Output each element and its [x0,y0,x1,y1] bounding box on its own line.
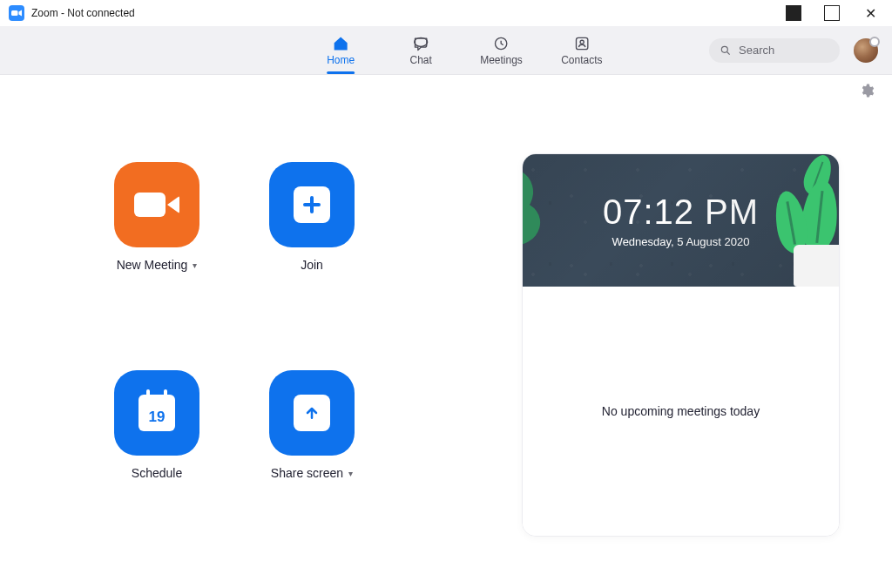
tab-home[interactable]: Home [320,35,362,66]
chevron-down-icon[interactable]: ▾ [348,469,353,478]
contacts-icon [573,35,591,52]
nav-tabs-group: Home Chat Meetings Contacts [289,35,603,66]
dashboard-header: 07:12 PM Wednesday, 5 August 2020 [523,154,839,287]
calendar-day-number: 19 [149,409,166,431]
no-meetings-message: No upcoming meetings today [602,404,760,418]
action-share-screen: Share screen ▾ [242,370,382,537]
tab-contacts-label: Contacts [561,54,602,66]
top-nav: Home Chat Meetings Contacts Search [0,26,892,75]
tab-home-label: Home [327,54,355,66]
schedule-label: Schedule [132,466,182,480]
calendar-icon: 19 [139,395,175,431]
window-minimize-button[interactable] [786,5,801,21]
plant-decoration-right [752,154,839,287]
svg-point-5 [580,40,584,44]
search-placeholder: Search [739,44,774,57]
plus-icon [294,186,330,223]
tab-contacts[interactable]: Contacts [561,35,603,66]
clock-icon [492,35,510,52]
profile-avatar[interactable] [854,38,878,63]
gear-icon [859,83,875,98]
main-area: New Meeting ▾ Join 19 Schedule [0,110,892,571]
share-screen-button[interactable] [269,370,355,456]
settings-row [0,75,892,110]
search-input[interactable]: Search [709,38,840,63]
tab-chat-label: Chat [409,54,431,66]
home-icon [332,35,349,52]
svg-point-6 [721,46,727,52]
svg-marker-1 [19,10,23,17]
schedule-button[interactable]: 19 [114,370,199,456]
window-close-button[interactable]: ✕ [862,5,878,21]
action-grid: New Meeting ▾ Join 19 Schedule [87,162,382,537]
window-controls: ✕ [786,5,883,21]
zoom-app-icon [9,5,24,21]
chat-icon [412,35,429,52]
window-maximize-button[interactable] [824,5,840,21]
arrow-up-icon [294,395,330,431]
svg-rect-0 [11,10,18,16]
tab-meetings-label: Meetings [480,54,523,66]
svg-line-7 [727,51,730,54]
dashboard-body: No upcoming meetings today [523,287,839,536]
join-label: Join [301,258,323,272]
action-schedule: 19 Schedule [87,370,226,537]
dashboard-panel: 07:12 PM Wednesday, 5 August 2020 No upc… [522,153,840,537]
tab-meetings[interactable]: Meetings [480,35,523,66]
new-meeting-label: New Meeting [117,258,188,272]
settings-button[interactable] [859,83,875,102]
join-button[interactable] [269,162,355,247]
plant-decoration-left [523,154,575,287]
tab-chat[interactable]: Chat [400,35,442,66]
search-icon [720,44,732,57]
action-new-meeting: New Meeting ▾ [87,162,226,328]
window-title: Zoom - Not connected [31,7,135,19]
new-meeting-button[interactable] [114,162,199,247]
window-titlebar: Zoom - Not connected ✕ [0,0,892,26]
action-join: Join [242,162,382,328]
share-screen-label: Share screen [271,466,343,480]
chevron-down-icon[interactable]: ▾ [193,260,197,270]
video-icon [134,193,179,217]
